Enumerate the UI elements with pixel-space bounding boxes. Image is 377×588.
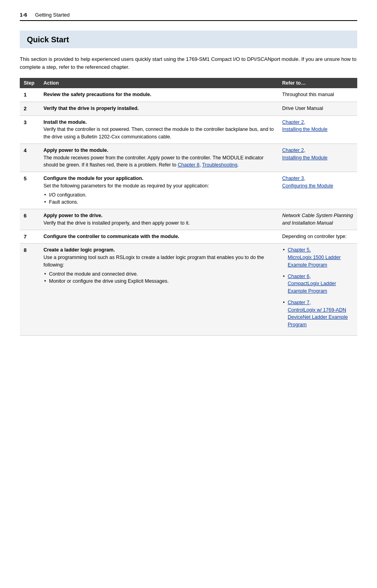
action-bold-text: Configure the module for your applicatio…	[43, 176, 143, 181]
chapter8-link[interactable]: Chapter 8	[178, 162, 200, 168]
chapter2-link[interactable]: Chapter 2,	[282, 119, 305, 125]
table-row: 4 Apply power to the module. The module …	[20, 144, 357, 172]
table-row: 5 Configure the module for your applicat…	[20, 172, 357, 209]
bullet-item: Monitor or configure the drive using Exp…	[43, 278, 274, 285]
step-number: 1	[24, 92, 26, 98]
action-bold-text: Create a ladder logic program.	[43, 247, 115, 253]
action-bold-text: Verify that the drive is properly instal…	[43, 106, 139, 111]
action-cell: Configure the module for your applicatio…	[40, 172, 278, 209]
quick-start-box: Quick Start	[20, 30, 357, 48]
step-number: 8	[24, 247, 26, 253]
ref-list-item: Chapter 7, ControlLogix w/ 1769-ADN Devi…	[282, 299, 353, 329]
action-cell: Apply power to the module. The module re…	[40, 144, 278, 172]
chapter7-link[interactable]: Chapter 7,	[288, 300, 311, 305]
step-cell: 7	[20, 230, 40, 244]
compactlogix-link[interactable]: CompactLogix Ladder Example Program	[288, 281, 336, 294]
action-normal-text: Use a programming tool such as RSLogix t…	[43, 255, 264, 268]
quick-start-table: Step Action Refer to… 1 Review the safet…	[20, 78, 357, 336]
step-cell: 5	[20, 172, 40, 209]
step-cell: 4	[20, 144, 40, 172]
controllogix-link[interactable]: ControlLogix w/ 1769-ADN DeviceNet Ladde…	[288, 307, 348, 328]
refer-text: Throughout this manual	[282, 92, 334, 97]
step-number: 3	[24, 119, 26, 125]
refer-cell: Throughout this manual	[278, 88, 357, 102]
installing-module-link-2[interactable]: Installing the Module	[282, 155, 328, 161]
action-bold-text: Review the safety precautions for the mo…	[43, 92, 151, 97]
table-row: 6 Apply power to the drive. Verify that …	[20, 209, 357, 230]
action-bold-text: Install the module.	[43, 119, 87, 125]
page: 1-6 Getting Started Quick Start This sec…	[0, 0, 377, 359]
col-refer: Refer to…	[278, 78, 357, 88]
col-step: Step	[20, 78, 40, 88]
step-number: 6	[24, 213, 26, 219]
table-header-row: Step Action Refer to…	[20, 78, 357, 88]
step-number: 4	[24, 147, 26, 153]
step-number: 5	[24, 176, 26, 182]
micrologix-link[interactable]: MicroLogix 1500 Ladder Example Program	[288, 255, 341, 268]
action-cell: Create a ladder logic program. Use a pro…	[40, 244, 278, 336]
ref-list-item: Chapter 5, MicroLogix 1500 Ladder Exampl…	[282, 246, 353, 268]
refer-link-list: Chapter 5, MicroLogix 1500 Ladder Exampl…	[282, 246, 353, 329]
installing-module-link[interactable]: Installing the Module	[282, 127, 328, 132]
bullet-item: I/O configuration.	[43, 191, 274, 199]
refer-cell: Drive User Manual	[278, 102, 357, 115]
ref-list-item: Chapter 6, CompactLogix Ladder Example P…	[282, 273, 353, 295]
action-cell: Review the safety precautions for the mo…	[40, 88, 278, 102]
col-action: Action	[40, 78, 278, 88]
chapter3-link[interactable]: Chapter 3,	[282, 176, 305, 181]
step-cell: 3	[20, 115, 40, 144]
refer-cell: Chapter 2, Installing the Module	[278, 115, 357, 144]
refer-cell: Chapter 5, MicroLogix 1500 Ladder Exampl…	[278, 244, 357, 336]
action-bullets: I/O configuration. Fault actions.	[43, 191, 274, 206]
period-text: .	[238, 162, 239, 168]
bullet-item: Fault actions.	[43, 199, 274, 206]
refer-text: Drive User Manual	[282, 106, 323, 111]
action-cell: Configure the controller to communicate …	[40, 230, 278, 244]
step-number: 7	[24, 234, 26, 240]
table-row: 7 Configure the controller to communicat…	[20, 230, 357, 244]
refer-text: Depending on controller type:	[282, 234, 347, 239]
action-bold-text: Apply power to the drive.	[43, 213, 102, 218]
quick-start-title: Quick Start	[27, 35, 350, 44]
step-cell: 2	[20, 102, 40, 115]
table-row: 8 Create a ladder logic program. Use a p…	[20, 244, 357, 336]
refer-italic-text: Network Cable System Planning and Instal…	[282, 213, 353, 226]
refer-cell: Chapter 3, Configuring the Module	[278, 172, 357, 209]
step-cell: 8	[20, 244, 40, 336]
chapter2-link-2[interactable]: Chapter 2,	[282, 147, 305, 153]
refer-cell: Network Cable System Planning and Instal…	[278, 209, 357, 230]
action-cell: Apply power to the drive. Verify that th…	[40, 209, 278, 230]
page-number: 1-6	[20, 12, 27, 18]
action-bold-text: Configure the controller to communicate …	[43, 234, 179, 239]
action-cell: Verify that the drive is properly instal…	[40, 102, 278, 115]
step-cell: 6	[20, 209, 40, 230]
refer-cell: Depending on controller type:	[278, 230, 357, 244]
action-normal-text: Verify that the controller is not powere…	[43, 127, 274, 140]
page-header: 1-6 Getting Started	[20, 12, 357, 21]
action-normal-text: Set the following parameters for the mod…	[43, 183, 209, 189]
action-bullets-2: Control the module and connected drive. …	[43, 270, 274, 285]
bullet-item: Control the module and connected drive.	[43, 270, 274, 278]
refer-cell: Chapter 2, Installing the Module	[278, 144, 357, 172]
table-row: 1 Review the safety precautions for the …	[20, 88, 357, 102]
step-number: 2	[24, 106, 26, 112]
action-bold-text: Apply power to the module.	[43, 147, 108, 153]
chapter6-link[interactable]: Chapter 6,	[288, 274, 311, 279]
section-title: Getting Started	[35, 12, 70, 18]
configuring-module-link[interactable]: Configuring the Module	[282, 183, 333, 189]
troubleshooting-link[interactable]: Troubleshooting	[202, 162, 237, 168]
step-cell: 1	[20, 88, 40, 102]
intro-text: This section is provided to help experie…	[20, 55, 357, 71]
action-normal-text: Verify that the drive is installed prope…	[43, 220, 190, 226]
action-cell: Install the module. Verify that the cont…	[40, 115, 278, 144]
table-row: 3 Install the module. Verify that the co…	[20, 115, 357, 144]
table-row: 2 Verify that the drive is properly inst…	[20, 102, 357, 115]
chapter5-link[interactable]: Chapter 5,	[288, 247, 311, 253]
